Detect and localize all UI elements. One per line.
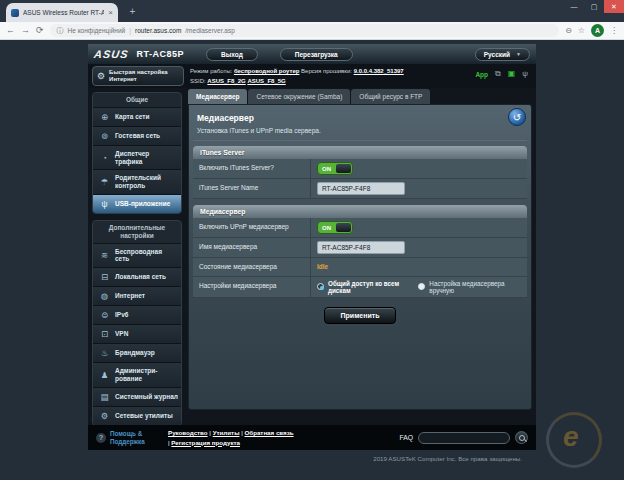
sidebar-group-title: Общие [93,93,181,107]
usb-status-icon[interactable]: ψ [522,70,528,78]
sidebar-item-network-map[interactable]: ⊕ Карта сети [93,107,181,126]
screen: ASUS Wireless Router RT-AC85P × + — ▢ ✕ … [0,0,624,480]
profile-avatar[interactable]: A [591,24,604,37]
itunes-server-toggle[interactable]: ON [317,162,353,175]
vpn-icon: ⊡ [99,329,110,339]
help-label: Помощь & Поддержка [110,430,168,446]
tab-mediaserver[interactable]: Медиасервер [188,89,247,104]
router-main: Общие ⊕ Карта сети ⊚ Гостевая сеть ◔ Дис… [88,88,536,425]
url-bar[interactable]: ⓘ Не конфіденційний | router.asus.com /m… [50,24,560,37]
upnp-mediaserver-toggle[interactable]: ON [317,221,353,234]
window-maximize-button[interactable]: ▢ [584,0,604,13]
page-background: ASUS RT-AC85P Выход Перезагрузка Русский… [0,40,624,480]
help-support[interactable]: ? Помощь & Поддержка [96,430,168,446]
reboot-button[interactable]: Перезагрузка [280,48,353,61]
browser-menu-icon[interactable]: ⋮ [610,26,618,35]
router-footer: ? Помощь & Поддержка Руководство | Утили… [88,425,536,450]
language-dropdown[interactable]: Русский ▼ [475,48,530,61]
tab-samba[interactable]: Сетевое окружение (Samba) [248,89,350,104]
sidebar-item-system-log[interactable]: ▤ Системный журнал [93,387,181,406]
sidebar-item-parental-control[interactable]: ☂ Родительский контроль [93,169,181,194]
media-status-value: Idle [317,263,328,270]
window-close-button[interactable]: ✕ [604,0,624,13]
itunes-name-label: iTunes Server Name [193,179,311,198]
link-feedback[interactable]: Обратная связь [245,429,294,436]
ssid-5g-link[interactable]: ASUS_F8_5G [247,78,285,84]
sidebar-group-general: Общие ⊕ Карта сети ⊚ Гостевая сеть ◔ Дис… [92,92,182,214]
sidebar-item-wan[interactable]: ◍ Интернет [93,286,181,305]
device-status-icon[interactable]: ▣ [508,70,516,78]
quick-setup-button[interactable]: ⚙ Быстрая настройка Интернет [92,66,184,86]
sidebar-item-usb-application[interactable]: ψ USB-приложение [93,194,181,213]
radio-manual[interactable] [418,283,425,290]
ssid-2g-link[interactable]: ASUS_F8_2G [207,78,245,84]
toggle-on-label: ON [322,225,331,231]
media-name-label: Имя медиасервера [193,238,311,257]
sidebar-item-wireless[interactable]: ≋ Беспроводная сеть [93,243,181,268]
apply-button[interactable]: Применить [324,307,397,324]
tab-ftp[interactable]: Общий ресурс в FTP [351,89,430,104]
search-icon[interactable] [515,431,528,444]
browser-tab[interactable]: ASUS Wireless Router RT-AC85P × [6,3,118,22]
row-media-name: Имя медиасервера [193,238,527,258]
status-icons: App ⧉ ▣ ψ [475,70,528,78]
language-value: Русский [484,49,510,60]
wireless-icon: ≋ [99,250,110,260]
printer-icon[interactable]: ⧉ [495,70,501,78]
sidebar-item-traffic-manager[interactable]: ◔ Диспетчер трафика [93,145,181,170]
sidebar: Общие ⊕ Карта сети ⊚ Гостевая сеть ◔ Дис… [88,88,184,425]
zoom-icon[interactable]: ⊖ [565,26,572,35]
sidebar-item-network-tools[interactable]: ⚙ Сетевые утилиты [93,406,181,425]
link-utilities[interactable]: Утилиты [213,429,240,436]
firewall-icon: ♨ [99,348,110,358]
sidebar-item-guest-network[interactable]: ⊚ Гостевая сеть [93,126,181,145]
sidebar-item-lan[interactable]: ⊟ Локальная сеть [93,267,181,286]
reload-icon[interactable]: ⟳ [36,26,44,35]
network-map-icon: ⊕ [99,112,110,122]
section-mediaserver: Медиасервер [193,205,527,218]
site-info-icon[interactable]: ⓘ [57,26,64,36]
copyright-text: 2019 ASUSTeK Computer Inc. Все права защ… [373,455,522,462]
radio-all-disks[interactable] [317,283,324,290]
sidebar-item-vpn[interactable]: ⊡ VPN [93,324,181,343]
toggle-knob [336,164,351,173]
usb-application-icon: ψ [99,199,110,209]
new-tab-button[interactable]: + [126,6,139,19]
row-itunes-enable: Включить iTunes Server? ON [193,159,527,179]
firmware-link[interactable]: 9.0.0.4.382_51397 [354,68,404,74]
url-domain: router.asus.com [135,27,181,34]
sidebar-item-label: Карта сети [115,113,149,121]
settings-panel: ↺ Медиасервер Установка iTunes и UPnP me… [188,104,532,410]
browser-toolbar: ← → ⟳ ⓘ Не конфіденційний | router.asus.… [0,22,624,40]
sidebar-group-advanced: Дополнительные настройки ≋ Беспроводная … [92,220,182,426]
bookmark-star-icon[interactable]: ☆ [578,26,585,35]
sidebar-item-administration[interactable]: ♟ Администри- рование [93,362,181,387]
quick-setup-label: Быстрая настройка Интернет [109,69,179,83]
app-label[interactable]: App [475,71,488,78]
router-model: RT-AC85P [137,49,185,59]
logout-button[interactable]: Выход [206,48,258,61]
sidebar-item-label: VPN [115,330,128,338]
faq-search-input[interactable] [418,432,510,444]
browser-tabstrip: ASUS Wireless Router RT-AC85P × + — ▢ ✕ [0,0,624,22]
link-separator: | [168,439,170,446]
itunes-server-name-input[interactable] [317,182,405,195]
traffic-manager-icon: ◔ [99,153,110,163]
faq-search: FAQ [399,431,528,444]
mode-link[interactable]: беспроводной роутер [234,68,300,74]
sidebar-item-label: IPv6 [115,311,128,319]
sidebar-item-firewall[interactable]: ♨ Брандмауэр [93,343,181,362]
window-minimize-button[interactable]: — [564,0,584,13]
link-registration[interactable]: Регистрация продукта [171,439,240,446]
back-button[interactable]: ↺ [508,108,526,126]
link-manual[interactable]: Руководство [168,429,208,436]
tab-close-icon[interactable]: × [108,9,113,17]
network-tools-icon: ⚙ [99,411,110,421]
mediaserver-name-input[interactable] [317,241,405,254]
sidebar-item-ipv6[interactable]: ⊜ IPv6 [93,305,181,324]
sidebar-item-label: Интернет [115,292,145,300]
sidebar-item-label: Сетевые утилиты [115,412,173,420]
back-icon[interactable]: ← [6,26,15,35]
forward-icon[interactable]: → [21,26,30,35]
toggle-knob [336,223,351,232]
